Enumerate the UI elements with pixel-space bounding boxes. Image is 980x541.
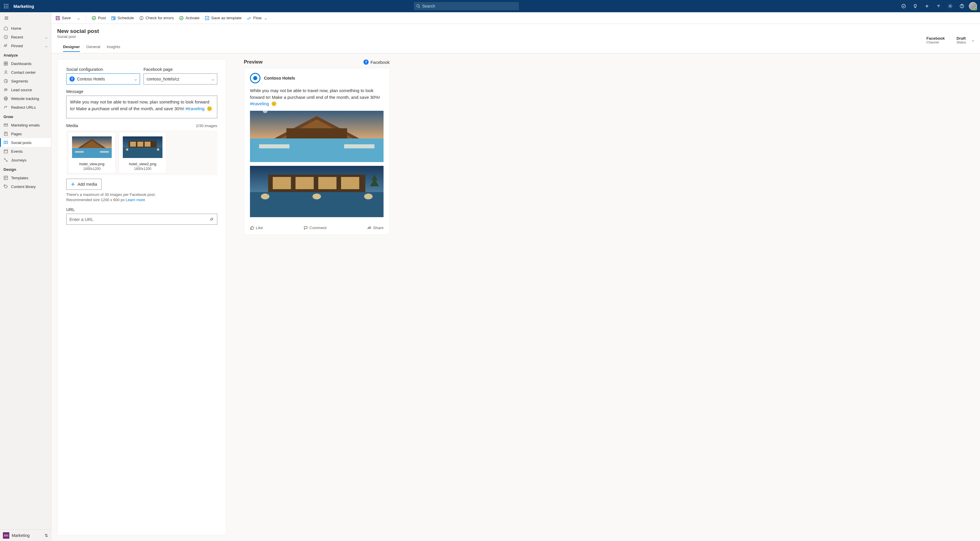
like-button[interactable]: Like — [250, 225, 263, 230]
sidebar-item-dashboards[interactable]: Dashboards — [0, 59, 51, 68]
main-content: Save ⌵ Post Schedule Check for errors Ac… — [51, 12, 980, 541]
tab-designer[interactable]: Designer — [63, 42, 80, 52]
header-expand[interactable]: ⌵ — [972, 38, 974, 42]
help-icon[interactable] — [957, 2, 967, 11]
svg-line-10 — [419, 7, 420, 8]
error-icon — [139, 16, 144, 21]
flow-button[interactable]: Flow⌵ — [247, 16, 267, 21]
svg-point-2 — [8, 4, 8, 5]
sidebar-footer[interactable]: AN Marketing ⇅ — [0, 529, 51, 541]
svg-point-1 — [6, 4, 7, 5]
template-save-icon — [205, 16, 209, 21]
fb-page-select[interactable]: contoso_hotels/cz ⌵ — [143, 73, 217, 84]
filter-icon[interactable] — [934, 2, 943, 11]
svg-point-75 — [126, 148, 128, 151]
header-channel: Facebook Channel — [926, 36, 945, 44]
sidebar-item-marketing-emails[interactable]: Marketing emails — [0, 121, 51, 129]
link-icon — [209, 217, 214, 222]
share-button[interactable]: Share — [367, 225, 383, 230]
sidebar-item-contact-center[interactable]: Contact center — [0, 68, 51, 77]
lightbulb-icon[interactable] — [911, 2, 920, 11]
page-title: New social post — [57, 28, 126, 34]
global-search[interactable] — [414, 2, 519, 10]
sidebar-item-journeys[interactable]: Journeys — [0, 155, 51, 164]
svg-rect-25 — [4, 62, 6, 63]
svg-point-76 — [157, 148, 159, 151]
plus-icon — [71, 182, 75, 187]
url-field[interactable] — [66, 214, 217, 225]
comment-icon — [304, 225, 308, 230]
svg-rect-93 — [341, 177, 359, 189]
facebook-icon: f — [69, 76, 75, 82]
sidebar-item-recent[interactable]: Recent ⌵ — [0, 33, 51, 41]
media-thumbnail — [72, 136, 112, 158]
task-icon[interactable] — [899, 2, 908, 11]
sidebar-item-redirect-urls[interactable]: Redirect URLs — [0, 103, 51, 112]
media-thumbnail — [123, 136, 162, 158]
svg-rect-91 — [296, 177, 313, 189]
svg-point-95 — [364, 194, 372, 199]
save-as-template-button[interactable]: Save as template — [205, 16, 242, 21]
sidebar-item-content-library[interactable]: Content library — [0, 182, 51, 191]
post-button[interactable]: Post — [92, 16, 106, 21]
activate-button[interactable]: Activate — [179, 16, 199, 21]
message-input[interactable]: While you may not be able to travel now,… — [66, 95, 217, 118]
chevron-updown-icon: ⇅ — [45, 533, 48, 538]
social-config-select[interactable]: f Contoso Hotels ⌵ — [66, 73, 140, 84]
learn-more-link[interactable]: Learn more — [126, 198, 145, 202]
preview-channel: f Facebook — [363, 59, 390, 65]
page-icon — [3, 132, 8, 136]
designer-form: Social configuration f Contoso Hotels ⌵ … — [57, 59, 226, 535]
media-dimensions: 1800x1200 — [122, 167, 163, 171]
svg-rect-27 — [4, 64, 6, 65]
search-input[interactable] — [422, 4, 517, 8]
sidebar-item-social-posts[interactable]: Social posts — [0, 138, 51, 147]
check-errors-button[interactable]: Check for errors — [139, 16, 174, 21]
tab-insights[interactable]: Insights — [107, 42, 121, 52]
segments-icon — [3, 79, 8, 83]
comment-button[interactable]: Comment — [304, 225, 327, 230]
chevron-down-icon: ⌵ — [45, 44, 48, 48]
svg-rect-43 — [4, 150, 8, 153]
media-count: 2/30 images — [196, 124, 217, 128]
app-launcher-icon[interactable] — [0, 4, 12, 8]
add-media-button[interactable]: Add media — [66, 179, 102, 190]
add-icon[interactable] — [922, 2, 932, 11]
sidebar-item-pages[interactable]: Pages — [0, 129, 51, 138]
author-avatar — [250, 73, 261, 83]
flow-icon — [247, 16, 251, 21]
sidebar-label: Journeys — [11, 158, 27, 162]
svg-rect-67 — [75, 151, 84, 153]
sidebar-label: Website tracking — [11, 97, 39, 101]
tab-general[interactable]: General — [86, 42, 100, 52]
user-avatar[interactable] — [969, 2, 977, 10]
preview-body: While you may not be able to travel now,… — [250, 87, 383, 107]
svg-point-32 — [6, 89, 7, 90]
save-button[interactable]: Save — [56, 16, 71, 21]
svg-point-94 — [261, 194, 269, 199]
media-item[interactable]: hotel_view2.png 1800x1200 — [119, 132, 167, 173]
sidebar-item-templates[interactable]: Templates — [0, 173, 51, 182]
journey-icon — [3, 158, 8, 162]
left-sidebar: Home Recent ⌵ Pinned ⌵ Analyze Dashboard… — [0, 12, 51, 541]
header-status: Draft Status — [956, 36, 966, 44]
sidebar-item-segments[interactable]: Segments — [0, 77, 51, 86]
save-dropdown[interactable]: ⌵ — [76, 16, 81, 21]
settings-icon[interactable] — [946, 2, 955, 11]
sidebar-item-home[interactable]: Home — [0, 24, 51, 33]
media-filename: hotel_view.png — [71, 162, 113, 166]
sidebar-item-lead-source[interactable]: Lead source — [0, 86, 51, 94]
url-input[interactable] — [69, 217, 209, 222]
mail-icon — [3, 123, 8, 127]
template-icon — [3, 176, 8, 180]
redirect-icon — [3, 105, 8, 109]
svg-rect-53 — [57, 18, 59, 20]
media-list: hotel_view.png 1800x1200 hotel_view2.png… — [66, 130, 217, 175]
media-item[interactable]: hotel_view.png 1800x1200 — [68, 132, 116, 173]
sidebar-item-events[interactable]: Events — [0, 147, 51, 155]
sidebar-item-pinned[interactable]: Pinned ⌵ — [0, 41, 51, 50]
sidebar-toggle[interactable] — [0, 12, 51, 24]
command-bar: Save ⌵ Post Schedule Check for errors Ac… — [51, 12, 980, 24]
schedule-button[interactable]: Schedule — [111, 16, 134, 21]
sidebar-item-website-tracking[interactable]: Website tracking — [0, 94, 51, 103]
